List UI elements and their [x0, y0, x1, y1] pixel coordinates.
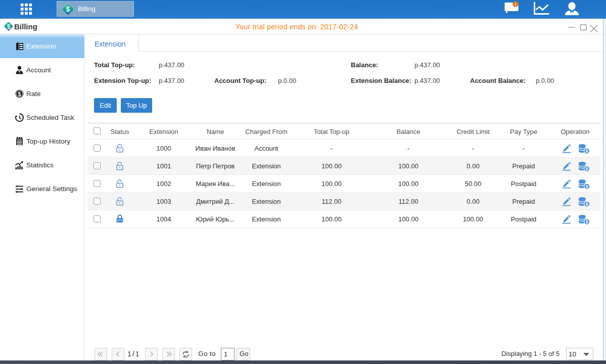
svg-text:$: $: [586, 202, 588, 207]
svg-text:!: !: [515, 2, 517, 7]
svg-text:$: $: [586, 149, 588, 154]
svg-text:$: $: [18, 91, 21, 97]
svg-text:$: $: [586, 184, 588, 189]
svg-text:$: $: [66, 5, 70, 13]
svg-text:$: $: [586, 219, 588, 224]
svg-text:$: $: [7, 23, 11, 30]
svg-text:$: $: [586, 166, 588, 171]
